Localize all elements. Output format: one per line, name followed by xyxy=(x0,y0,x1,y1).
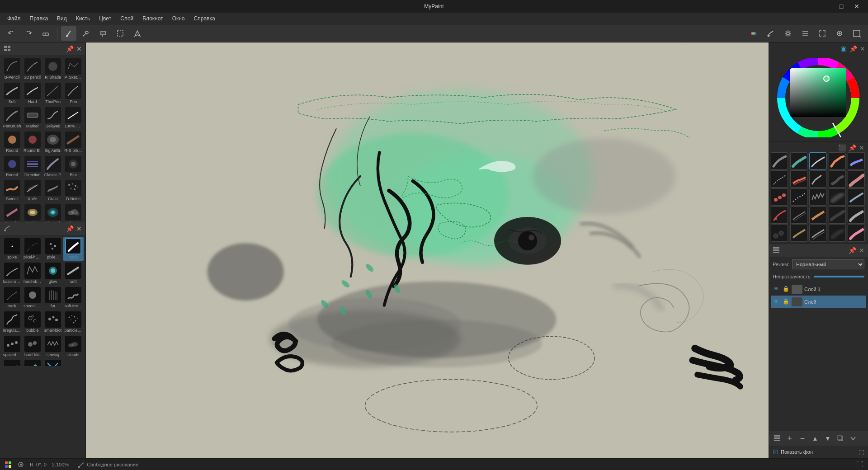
brush-prev-12[interactable] xyxy=(790,188,807,206)
undo-button[interactable] xyxy=(4,26,19,41)
layer-visibility-1[interactable]: 👁 xyxy=(774,286,781,293)
brush-item-thinpen[interactable]: ThinPen xyxy=(43,81,63,106)
layer-mode-select[interactable]: Нормальный Умножение Экран xyxy=(792,259,864,269)
brush-preview-close[interactable]: ✕ xyxy=(859,144,864,151)
select-button[interactable] xyxy=(113,26,128,41)
brush2-item-spacedblot[interactable]: spaced-blot xyxy=(2,334,22,359)
brush-prev-22[interactable] xyxy=(790,225,807,242)
brush-prev-4[interactable] xyxy=(829,152,846,169)
brush-prev-7[interactable] xyxy=(790,170,807,188)
brush-item-smear[interactable]: Smear xyxy=(2,179,22,203)
brush-item-round-wet[interactable]: Round xyxy=(2,155,22,179)
brush-preview-icon[interactable]: ⬛ xyxy=(838,144,846,151)
layer-duplicate-button[interactable] xyxy=(835,433,846,444)
brush-prev-5[interactable] xyxy=(848,152,865,169)
symmetry-button[interactable] xyxy=(130,26,145,41)
brush-prev-21[interactable] xyxy=(771,225,788,242)
brush2-item-particlesb[interactable]: particles-b xyxy=(63,310,84,334)
brush-item-marker[interactable]: Marker xyxy=(22,106,42,130)
brush-prev-11[interactable] xyxy=(771,188,788,206)
brush-prev-19[interactable] xyxy=(829,207,846,224)
layers-pin-icon[interactable]: 📌 xyxy=(849,247,856,254)
brush2-item-hardblot[interactable]: hard-blot xyxy=(22,334,42,359)
layer-merge-button[interactable] xyxy=(848,433,859,444)
brush-item-round-paint[interactable]: Round xyxy=(2,130,22,155)
brush-prev-17[interactable] xyxy=(790,207,807,224)
layer-item-2[interactable]: 👁 🔒 Слой xyxy=(771,296,866,308)
close-panel-icon[interactable]: ✕ xyxy=(76,45,82,52)
brush-item-blight[interactable]: B.Light xyxy=(22,203,42,222)
fullscreen-button[interactable] xyxy=(815,26,830,41)
layer-down-button[interactable]: ▼ xyxy=(822,433,833,444)
color-manage-button[interactable] xyxy=(746,26,761,41)
brush2-pin-icon[interactable]: 📌 xyxy=(66,225,74,232)
brush2-item-speedblot[interactable]: speed-blot xyxy=(22,286,42,310)
brush2-item-pickdrag[interactable]: pick-and-drag xyxy=(2,358,22,366)
brush-item-pastel1[interactable]: Pastel 1 xyxy=(2,203,22,222)
brush-item-100op[interactable]: 100% Op. xyxy=(63,106,84,130)
brush2-item-bubble[interactable]: bubble xyxy=(22,310,42,334)
brush-prev-13[interactable] xyxy=(809,188,826,206)
layers-close-icon[interactable]: ✕ xyxy=(859,247,864,254)
menu-button[interactable] xyxy=(797,26,813,41)
show-bg-checkbox[interactable]: ☑ xyxy=(773,449,778,456)
brush-item-crain[interactable]: Crain xyxy=(43,179,63,203)
brush2-item-hardsting[interactable]: hard-sting xyxy=(22,261,42,286)
brush-prev-3[interactable] xyxy=(809,152,826,169)
minimize-button[interactable]: — xyxy=(819,1,833,11)
color-pin-icon[interactable]: 📌 xyxy=(849,45,857,52)
brush-prev-18[interactable] xyxy=(809,207,826,224)
add-layer-button[interactable]: + xyxy=(784,433,795,444)
brush-item-blur[interactable]: Blur xyxy=(63,155,84,179)
brush-prev-25[interactable] xyxy=(848,225,865,242)
brush2-item-glow[interactable]: glow xyxy=(43,261,63,286)
brush2-item-clouds2[interactable]: clouds xyxy=(63,334,84,359)
brush-item-clouds-fx[interactable]: Clouds xyxy=(63,203,84,222)
record-button[interactable] xyxy=(832,26,847,41)
brush-prev-16[interactable] xyxy=(771,207,788,224)
menu-brush[interactable]: Кисть xyxy=(71,14,94,23)
brush-item-glowairb[interactable]: GlowAirb xyxy=(43,203,63,222)
remove-layer-button[interactable]: − xyxy=(797,433,808,444)
drawing-canvas[interactable] xyxy=(86,42,769,458)
brush-prev-14[interactable] xyxy=(829,188,846,206)
brush-item-28pencil[interactable]: 28 pencil xyxy=(22,57,42,81)
brush-item-penbrush[interactable]: PenBrush xyxy=(2,106,22,130)
brush-item-bpencil[interactable]: B-Pencil xyxy=(2,57,22,81)
brush2-item-soft[interactable]: soft xyxy=(63,261,84,286)
brush2-item-fur[interactable]: fur xyxy=(43,286,63,310)
brush-prev-6[interactable] xyxy=(771,170,788,188)
brushes-button[interactable] xyxy=(763,26,778,41)
menu-color[interactable]: Цвет xyxy=(94,14,116,23)
menu-window[interactable]: Окно xyxy=(168,14,189,23)
brush-item-pshade[interactable]: P. Shade xyxy=(43,57,63,81)
color-wheel-svg[interactable] xyxy=(777,58,860,137)
brush2-item-basic[interactable]: basic xyxy=(63,237,84,261)
settings-button[interactable] xyxy=(780,26,796,41)
brush-item-knife[interactable]: Knife xyxy=(22,179,42,203)
eraser-button[interactable] xyxy=(38,26,53,41)
layer-properties-button[interactable] xyxy=(772,433,783,444)
canvas-container[interactable] xyxy=(86,42,769,458)
show-bg-icon[interactable]: ⬚ xyxy=(859,448,864,456)
brush-item-direction[interactable]: Direction xyxy=(22,155,42,179)
layer-lock-1[interactable]: 🔒 xyxy=(783,286,790,293)
layer-visibility-2[interactable]: 👁 xyxy=(774,298,781,306)
brush-item-hard[interactable]: Hard xyxy=(22,81,42,106)
layer-item-1[interactable]: 👁 🔒 Слой 1 xyxy=(771,283,866,296)
brush2-close-icon[interactable]: ✕ xyxy=(76,225,82,232)
brush2-item-basicone[interactable]: basic-one- xyxy=(2,261,22,286)
layer-up-button[interactable]: ▲ xyxy=(810,433,821,444)
color-wheel-icon[interactable]: ◉ xyxy=(840,44,847,53)
layer-opacity-slider[interactable] xyxy=(814,276,864,277)
menu-view[interactable]: Вид xyxy=(52,14,71,23)
brush-prev-24[interactable] xyxy=(829,225,846,242)
brush-item-dnoise[interactable]: D.Noise xyxy=(63,179,84,203)
brush2-item-irregularink[interactable]: irregular-ink xyxy=(2,310,22,334)
status-fullscreen-button[interactable]: ⛶ xyxy=(856,461,863,469)
brush-item-roundbl[interactable]: Round Bl. xyxy=(22,130,42,155)
brush2-item-pixle[interactable]: pixle... xyxy=(43,237,63,261)
paint-tool-button[interactable] xyxy=(61,26,76,41)
brush-preview-pin[interactable]: 📌 xyxy=(849,144,856,151)
transform-button[interactable] xyxy=(849,26,864,41)
